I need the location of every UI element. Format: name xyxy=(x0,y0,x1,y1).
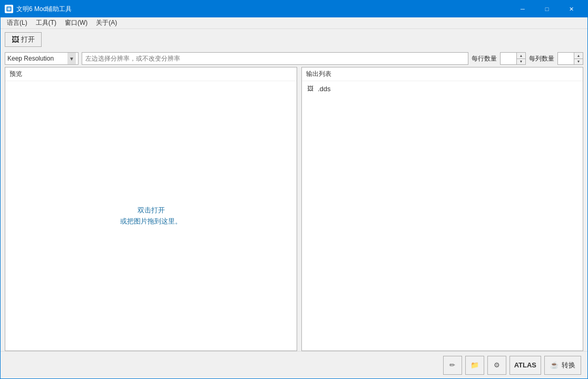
svg-rect-1 xyxy=(7,7,11,11)
per-row-label: 每行数量 xyxy=(472,54,497,63)
per-row-spinner[interactable]: 1 ▲ ▼ xyxy=(500,52,526,65)
list-item[interactable]: 🖼 .dds xyxy=(304,83,581,94)
preview-body[interactable]: 双击打开 或把图片拖到这里。 xyxy=(5,81,297,351)
open-label: 打开 xyxy=(21,35,35,44)
title-bar: 文明6 Mod辅助工具 ─ □ ✕ xyxy=(1,1,587,17)
output-filename: .dds xyxy=(318,85,331,93)
folder-icon: 📁 xyxy=(471,361,479,369)
bottom-toolbar: ✏ 📁 ⚙ ATLAS ☕ 转换 xyxy=(1,351,587,378)
preview-hint-line1: 双击打开 xyxy=(138,206,165,214)
menu-language[interactable]: 语言(L) xyxy=(3,17,32,28)
resolution-row: Keep Resolution ▼ 每行数量 1 ▲ ▼ 每列数量 1 ▲ ▼ xyxy=(1,50,587,67)
main-content: 预览 双击打开 或把图片拖到这里。 输出列表 🖼 .dds xyxy=(1,67,587,351)
preview-hint-line2: 或把图片拖到这里。 xyxy=(120,217,182,225)
per-col-spinner[interactable]: 1 ▲ ▼ xyxy=(557,52,583,65)
menu-about[interactable]: 关于(A) xyxy=(92,17,121,28)
coffee-icon: ☕ xyxy=(550,361,558,369)
per-row-down-button[interactable]: ▼ xyxy=(517,59,525,65)
window-controls: ─ □ ✕ xyxy=(511,1,583,17)
preview-title: 预览 xyxy=(5,67,297,81)
preview-hint: 双击打开 或把图片拖到这里。 xyxy=(120,205,182,227)
per-row-up-button[interactable]: ▲ xyxy=(517,53,525,59)
per-col-down-button[interactable]: ▼ xyxy=(574,59,583,65)
main-window: 文明6 Mod辅助工具 ─ □ ✕ 语言(L) 工具(T) 窗口(W) 关于(A… xyxy=(0,0,588,379)
settings-button[interactable]: ⚙ xyxy=(487,356,506,375)
convert-button[interactable]: ☕ 转换 xyxy=(544,356,581,375)
dropdown-arrow-icon: ▼ xyxy=(67,53,76,64)
menu-tools[interactable]: 工具(T) xyxy=(32,17,61,28)
per-col-up-button[interactable]: ▲ xyxy=(574,53,583,59)
output-panel: 输出列表 🖼 .dds xyxy=(301,67,583,351)
open-button[interactable]: 🖼 打开 xyxy=(5,32,42,47)
per-col-spinner-buttons: ▲ ▼ xyxy=(574,53,583,64)
per-row-spinner-buttons: ▲ ▼ xyxy=(516,53,525,64)
maximize-button[interactable]: □ xyxy=(535,1,559,17)
edit-icon: ✏ xyxy=(449,361,455,369)
window-title: 文明6 Mod辅助工具 xyxy=(16,5,511,14)
open-icon: 🖼 xyxy=(12,35,19,44)
file-icon: 🖼 xyxy=(306,84,315,93)
menu-bar: 语言(L) 工具(T) 窗口(W) 关于(A) xyxy=(1,17,587,29)
folder-button[interactable]: 📁 xyxy=(465,356,484,375)
output-body: 🖼 .dds xyxy=(302,81,583,351)
toolbar: 🖼 打开 xyxy=(1,29,587,50)
edit-button[interactable]: ✏ xyxy=(443,356,462,375)
convert-label: 转换 xyxy=(562,361,575,370)
minimize-button[interactable]: ─ xyxy=(511,1,535,17)
atlas-button[interactable]: ATLAS xyxy=(509,356,541,375)
resolution-input[interactable] xyxy=(82,52,468,65)
per-col-label: 每列数量 xyxy=(529,54,554,63)
close-button[interactable]: ✕ xyxy=(559,1,583,17)
output-title: 输出列表 xyxy=(302,67,583,81)
app-icon xyxy=(5,5,13,13)
resolution-value: Keep Resolution xyxy=(7,55,67,62)
resolution-dropdown[interactable]: Keep Resolution ▼ xyxy=(5,52,79,65)
gear-icon: ⚙ xyxy=(494,361,500,369)
per-row-value[interactable]: 1 xyxy=(501,53,516,64)
preview-panel[interactable]: 预览 双击打开 或把图片拖到这里。 xyxy=(5,67,297,351)
per-col-value[interactable]: 1 xyxy=(558,53,574,64)
menu-window[interactable]: 窗口(W) xyxy=(61,17,92,28)
atlas-label: ATLAS xyxy=(514,361,536,369)
